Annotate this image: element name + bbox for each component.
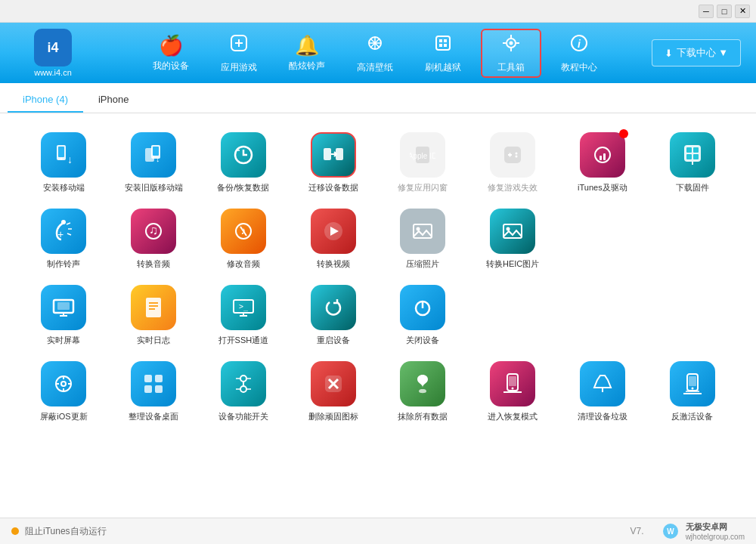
firmware-icon xyxy=(670,132,715,178)
tool-desktop[interactable]: 整理设备桌面 xyxy=(113,357,195,426)
recovery-label: 进入恢复模式 xyxy=(488,411,538,422)
svg-rect-102 xyxy=(509,376,516,386)
tool-row-3: 实时屏幕 实时日志 >_ 打开SSH通道 重启设备 xyxy=(23,281,733,350)
anti-activation-icon xyxy=(670,361,715,406)
nav-ringtones[interactable]: 🔔 酷炫铃声 xyxy=(277,29,337,78)
log-icon xyxy=(131,285,176,330)
close-button[interactable]: ✕ xyxy=(735,5,750,18)
tool-migrate[interactable]: 迁移设备数据 xyxy=(292,128,374,197)
minimize-button[interactable]: ─ xyxy=(699,5,714,18)
svg-rect-47 xyxy=(686,154,692,159)
svg-point-23 xyxy=(60,158,63,160)
install-old-label: 安装旧版移动端 xyxy=(125,182,183,193)
svg-rect-89 xyxy=(155,385,163,393)
nav-toolbox[interactable]: 工具箱 xyxy=(481,29,541,78)
migrate-label: 迁移设备数据 xyxy=(308,182,358,193)
tool-shutdown[interactable]: 关闭设备 xyxy=(382,281,464,350)
nav-wallpapers[interactable]: 高清壁纸 xyxy=(345,29,405,78)
version-label: V7. xyxy=(631,526,644,536)
download-center-button[interactable]: ⬇ 下载中心 ▼ xyxy=(652,39,741,66)
svg-point-18 xyxy=(509,41,513,45)
svg-line-53 xyxy=(67,233,71,235)
block-update-icon xyxy=(41,361,86,406)
tool-heic[interactable]: 转换HEIC图片 xyxy=(472,205,554,274)
tool-compress-photo[interactable]: 压缩照片 xyxy=(382,205,464,274)
svg-point-50 xyxy=(61,220,66,224)
wipe-icon xyxy=(400,361,445,406)
tool-firmware[interactable]: 下载固件 xyxy=(651,128,733,197)
tool-fix-game[interactable]: 修复游戏失效 xyxy=(472,128,554,197)
tool-clean[interactable]: 清理设备垃圾 xyxy=(562,357,644,426)
tool-log[interactable]: 实时日志 xyxy=(113,281,195,350)
logo-area: i4 www.i4.cn xyxy=(8,29,98,77)
nav-tutorial[interactable]: i 教程中心 xyxy=(549,29,609,78)
window-controls[interactable]: ─ □ ✕ xyxy=(699,5,750,18)
backup-icon xyxy=(221,132,266,178)
svg-rect-35 xyxy=(504,147,521,163)
tool-delete-icon[interactable]: 删除顽固图标 xyxy=(292,357,374,426)
nav-jailbreak[interactable]: 刷机越狱 xyxy=(413,29,473,78)
tool-block-update[interactable]: 屏蔽iOS更新 xyxy=(23,357,105,426)
fix-app-icon: Apple ID xyxy=(400,132,445,178)
tool-itunes[interactable]: ♪ iTunes及驱动 xyxy=(562,128,644,197)
reboot-icon xyxy=(311,285,356,330)
log-label: 实时日志 xyxy=(137,335,170,346)
shutdown-icon xyxy=(400,285,445,330)
download-label: 下载中心 ▼ xyxy=(677,46,728,60)
tool-backup[interactable]: 备份/恢复数据 xyxy=(203,128,285,197)
tab-iphone[interactable]: iPhone xyxy=(83,88,144,113)
tab-iphone4[interactable]: iPhone (4) xyxy=(8,88,83,113)
ssh-icon: >_ xyxy=(221,285,266,330)
logo-url: www.i4.cn xyxy=(34,68,72,77)
tool-anti-activation[interactable]: 反激活设备 xyxy=(651,357,733,426)
svg-point-92 xyxy=(240,386,246,392)
tool-fix-audio[interactable]: ♪ 修改音频 xyxy=(203,205,285,274)
header: i4 www.i4.cn 🍎 我的设备 应用游戏 🔔 酷炫铃声 高清壁纸 xyxy=(0,23,756,83)
tool-convert-video[interactable]: 转换视频 xyxy=(292,205,374,274)
svg-rect-86 xyxy=(144,375,152,382)
block-update-label: 屏蔽iOS更新 xyxy=(40,411,87,422)
itunes-label: iTunes及驱动 xyxy=(578,182,627,193)
svg-rect-42 xyxy=(600,156,602,160)
svg-point-63 xyxy=(417,227,420,231)
heic-icon xyxy=(490,209,535,254)
nav-items: 🍎 我的设备 应用游戏 🔔 酷炫铃声 高清壁纸 刷机越狱 xyxy=(98,29,652,78)
maximize-button[interactable]: □ xyxy=(717,5,732,18)
watermark-url: wjhotelgroup.com xyxy=(686,533,745,541)
logo-icon: i4 xyxy=(34,29,72,66)
delete-icon-label: 删除顽固图标 xyxy=(308,411,358,422)
fix-audio-label: 修改音频 xyxy=(227,258,260,270)
tool-convert-audio[interactable]: ♫ 转换音频 xyxy=(113,205,195,274)
tool-reboot[interactable]: 重启设备 xyxy=(292,281,374,350)
my-device-label: 我的设备 xyxy=(153,60,189,73)
tool-functions[interactable]: 设备功能开关 xyxy=(203,357,285,426)
download-icon: ⬇ xyxy=(665,48,673,59)
jailbreak-icon xyxy=(432,32,454,59)
tool-row-1: ↓ 安装移动端 ↓ 安装旧版移动端 备份/恢复数据 迁移设备数据 xyxy=(23,128,733,197)
tool-recovery[interactable]: 进入恢复模式 xyxy=(472,357,554,426)
nav-my-device[interactable]: 🍎 我的设备 xyxy=(141,29,201,78)
itunes-badge xyxy=(619,129,628,138)
svg-rect-30 xyxy=(324,148,331,160)
migrate-icon xyxy=(311,132,356,178)
fix-audio-icon: ♪ xyxy=(221,209,266,254)
install-app-label: 安装移动端 xyxy=(43,182,85,193)
tool-ringtone[interactable]: + 制作铃声 xyxy=(23,205,105,274)
tool-ssh[interactable]: >_ 打开SSH通道 xyxy=(203,281,285,350)
my-device-icon: 🍎 xyxy=(159,34,183,57)
tool-install-old[interactable]: ↓ 安装旧版移动端 xyxy=(113,128,195,197)
functions-icon xyxy=(221,361,266,406)
firmware-label: 下载固件 xyxy=(676,182,709,193)
nav-app-games[interactable]: 应用游戏 xyxy=(209,29,269,78)
tool-install-app[interactable]: ↓ 安装移动端 xyxy=(23,128,105,197)
toolbox-label: 工具箱 xyxy=(497,61,525,74)
app-games-label: 应用游戏 xyxy=(221,61,257,74)
svg-text:♫: ♫ xyxy=(149,224,158,236)
tool-screen[interactable]: 实时屏幕 xyxy=(23,281,105,350)
tool-wipe[interactable]: 抹除所有数据 xyxy=(382,357,464,426)
status-message: 阻止iTunes自动运行 xyxy=(25,525,107,538)
wallpapers-label: 高清壁纸 xyxy=(357,61,393,74)
tutorial-icon: i xyxy=(569,32,590,59)
svg-rect-43 xyxy=(603,153,606,160)
tool-fix-app[interactable]: Apple ID 修复应用闪窗 xyxy=(382,128,464,197)
